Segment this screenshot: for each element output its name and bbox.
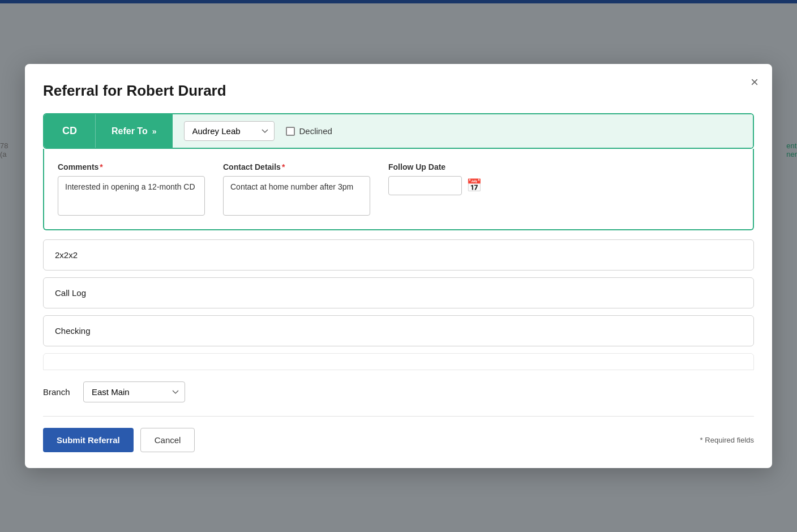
contact-required: * (282, 162, 285, 171)
declined-label: Declined (299, 126, 332, 136)
branch-dropdown[interactable]: East Main West Branch North Side Downtow… (83, 381, 185, 402)
required-fields-note: * Required fields (700, 436, 754, 444)
refer-to-label: Refer To (112, 126, 148, 136)
collapsible-row-call-log[interactable]: Call Log (43, 277, 754, 308)
modal-title: Referral for Robert Durard (43, 82, 754, 100)
close-button[interactable]: × (751, 75, 759, 89)
form-fields: Comments* Interested in opening a 12-mon… (58, 162, 739, 216)
comments-textarea[interactable]: Interested in opening a 12-month CD (58, 176, 205, 216)
tab-right-panel: Audrey Leab John Smith Jane Doe Declined (173, 114, 753, 148)
tab-row: CD Refer To » Audrey Leab John Smith Jan… (43, 113, 754, 149)
refer-to-arrows: » (152, 127, 157, 136)
footer-buttons: Submit Referral Cancel (43, 428, 195, 452)
modal-overlay: × Referral for Robert Durard CD Refer To… (0, 0, 797, 532)
follow-up-date-input[interactable] (388, 176, 462, 195)
comments-label: Comments* (58, 162, 205, 171)
modal-dialog: × Referral for Robert Durard CD Refer To… (25, 64, 772, 468)
comments-required: * (100, 162, 102, 171)
submit-referral-button[interactable]: Submit Referral (43, 428, 134, 452)
declined-checkbox[interactable] (286, 127, 295, 136)
collapsible-row-2x2x2[interactable]: 2x2x2 (43, 239, 754, 271)
collapsible-row-checking[interactable]: Checking (43, 315, 754, 346)
follow-up-field-group: Follow Up Date 📅 (388, 162, 482, 195)
comments-field-group: Comments* Interested in opening a 12-mon… (58, 162, 205, 216)
form-section: Comments* Interested in opening a 12-mon… (43, 149, 754, 230)
tab-refer-to[interactable]: Refer To » (95, 114, 173, 148)
collapsible-row-partial (43, 353, 754, 370)
contact-details-textarea[interactable]: Contact at home number after 3pm (223, 176, 370, 216)
declined-wrapper: Declined (286, 126, 332, 136)
contact-details-label: Contact Details* (223, 162, 370, 171)
tab-cd[interactable]: CD (44, 114, 95, 148)
date-row: 📅 (388, 176, 482, 195)
cancel-button[interactable]: Cancel (140, 428, 195, 452)
calendar-icon[interactable]: 📅 (466, 178, 482, 193)
modal-footer: Submit Referral Cancel * Required fields (43, 416, 754, 452)
follow-up-label: Follow Up Date (388, 162, 482, 171)
assignee-dropdown[interactable]: Audrey Leab John Smith Jane Doe (184, 121, 275, 141)
branch-label: Branch (43, 387, 74, 397)
contact-details-field-group: Contact Details* Contact at home number … (223, 162, 370, 216)
branch-row: Branch East Main West Branch North Side … (43, 381, 754, 402)
